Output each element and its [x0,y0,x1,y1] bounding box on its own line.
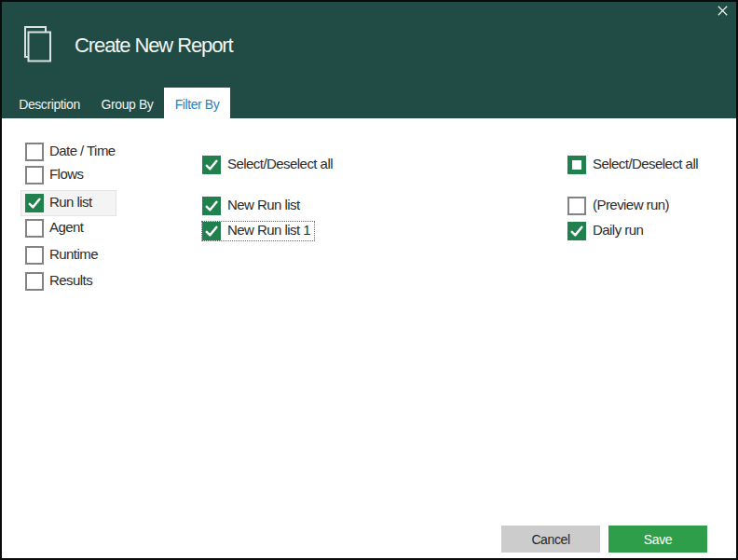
tab-label: Filter By [175,97,220,112]
check-icon [202,222,221,240]
checkbox-label: Agent [49,219,83,235]
tab-filter-by[interactable]: Filter By [164,88,230,118]
tab-description[interactable]: Description [11,88,88,118]
check-icon [567,222,586,240]
checkbox-flows[interactable] [25,166,44,184]
checkbox-results[interactable] [25,272,44,291]
checkbox-agent[interactable] [25,219,44,238]
checkbox-daily-run[interactable] [567,222,586,240]
tab-group-by[interactable]: Group By [88,88,167,118]
checkbox-row-runtime: Runtime [25,246,98,265]
checkbox-select-deselect-all[interactable] [567,156,586,174]
close-button[interactable] [708,2,736,22]
checkbox-run-list[interactable] [25,194,44,212]
checkbox-row-daily-run: Daily run [567,222,643,240]
check-icon [25,194,44,212]
checkbox-row-flows: Flows [25,166,83,184]
checkbox-label: Daily run [593,222,643,238]
checkbox-label: Results [49,272,92,288]
checkbox-new-run-list-1[interactable] [202,222,221,240]
cancel-button[interactable]: Cancel [501,526,600,553]
checkbox-label: Select/Deselect all [227,156,333,171]
report-pages-icon [24,26,52,63]
checkbox-row-new-run-list: New Run list [202,197,300,215]
dialog-title: Create New Report [75,34,233,58]
dialog-header: Create New Report Description Group By F… [2,2,736,118]
checkbox-label: Select/Deselect all [593,156,698,171]
checkbox-label: New Run list [227,197,300,212]
tab-label: Group By [102,97,154,112]
checkbox-label: Runtime [49,246,98,262]
checkbox-label: Date / Time [49,143,116,158]
checkbox-row-results: Results [25,272,92,291]
check-icon [202,156,221,174]
indeterminate-mark [572,160,581,170]
save-label: Save [644,532,672,547]
checkbox-row-agent: Agent [25,219,83,238]
checkbox-runtime[interactable] [25,246,44,265]
checkbox-row-new-run-list-1-focused: New Run list 1 [201,221,315,241]
checkbox-row-run-list: Run list [25,194,92,212]
checkbox-preview-run[interactable] [567,197,586,215]
checkbox-date-time[interactable] [25,143,44,161]
create-new-report-dialog: Create New Report Description Group By F… [0,0,738,560]
checkbox-select-deselect-all[interactable] [202,156,221,174]
cancel-label: Cancel [531,532,569,547]
checkbox-new-run-list[interactable] [202,197,221,215]
check-icon [202,197,221,215]
checkbox-label: (Preview run) [593,197,669,212]
close-icon [718,6,728,16]
checkbox-row-date-time: Date / Time [25,143,116,161]
checkbox-row-select-deselect-all: Select/Deselect all [202,156,333,174]
checkbox-label: New Run list 1 [227,222,310,238]
checkbox-row-select-deselect-all: Select/Deselect all [567,156,698,174]
tab-label: Description [19,97,80,112]
checkbox-label: Flows [49,166,83,182]
filter-by-panel: Date / TimeFlowsRun listAgentRuntimeResu… [2,118,736,558]
checkbox-row-preview-run: (Preview run) [567,197,669,215]
save-button[interactable]: Save [608,526,707,553]
checkbox-label: Run list [49,194,92,210]
